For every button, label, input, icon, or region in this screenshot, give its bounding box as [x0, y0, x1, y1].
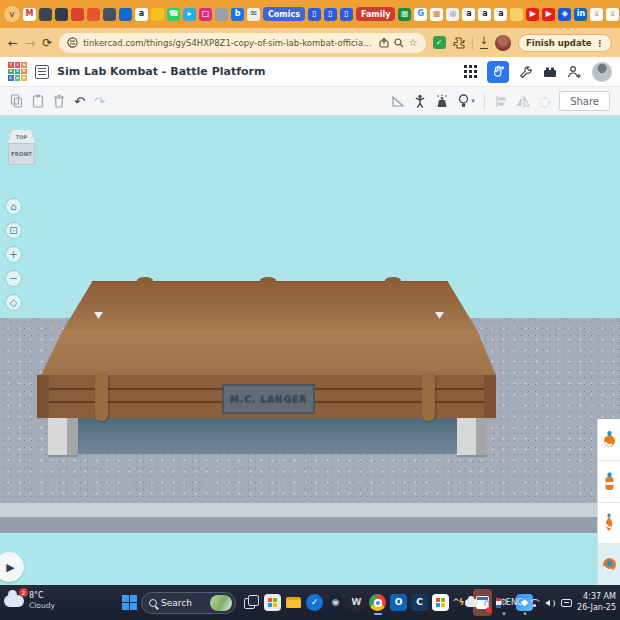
- browser-tab[interactable]: ▯: [324, 8, 337, 21]
- spray-paint-icon[interactable]: [435, 94, 449, 108]
- view-cube-front-face[interactable]: FRONT: [8, 143, 35, 165]
- forward-button[interactable]: →: [25, 36, 35, 50]
- platform-deck[interactable]: [41, 330, 496, 375]
- workplane-slope-icon[interactable]: [391, 95, 405, 107]
- platform-leg-left[interactable]: [48, 416, 78, 457]
- browser-tab[interactable]: G: [414, 8, 427, 21]
- taskbar-app[interactable]: [284, 589, 303, 616]
- tab-group-family[interactable]: Family: [356, 7, 395, 21]
- browser-tab[interactable]: ▸: [183, 8, 196, 21]
- home-view-button[interactable]: ⌂: [5, 198, 22, 215]
- design-menu-icon[interactable]: [35, 65, 49, 79]
- light-button[interactable]: ▾: [458, 94, 475, 108]
- touch-keyboard-icon[interactable]: [561, 599, 572, 607]
- browser-tab[interactable]: [87, 8, 100, 21]
- wifi-icon[interactable]: [528, 598, 540, 607]
- view-cube-top-face[interactable]: TOP: [8, 130, 35, 143]
- paste-icon[interactable]: [32, 94, 44, 108]
- tray-app-icon[interactable]: [496, 598, 501, 608]
- delete-trash-icon[interactable]: [53, 94, 65, 108]
- taskbar-app[interactable]: W: [347, 589, 366, 616]
- design-title[interactable]: Sim Lab Kombat - Battle Platform: [57, 65, 265, 78]
- platform-leg-right[interactable]: [457, 416, 487, 457]
- back-button[interactable]: ←: [8, 36, 18, 50]
- fit-view-button[interactable]: ⊡: [5, 222, 22, 239]
- browser-tab[interactable]: ◎: [446, 8, 459, 21]
- copy-icon[interactable]: [10, 94, 23, 108]
- sim-object-2[interactable]: [598, 461, 620, 503]
- browser-tab[interactable]: ▦: [398, 8, 411, 21]
- taskbar-app[interactable]: [263, 589, 282, 616]
- viewport-3d[interactable]: M.C. LANGER TOP FRONT ⌂⊡+−◇ ▶: [0, 116, 620, 585]
- downloads-icon[interactable]: ↓: [480, 36, 488, 49]
- reload-button[interactable]: ⟳: [42, 36, 52, 50]
- character-figure-icon[interactable]: [414, 94, 426, 108]
- search-highlight-image[interactable]: [210, 595, 232, 611]
- undo-button[interactable]: ↶: [74, 95, 85, 108]
- browser-tab[interactable]: a: [494, 8, 507, 21]
- perspective-toggle-button[interactable]: ◇: [5, 294, 22, 311]
- browser-tab[interactable]: [151, 8, 164, 21]
- browser-tab[interactable]: [103, 8, 116, 21]
- extensions-puzzle-icon[interactable]: [453, 37, 465, 49]
- headset-icon[interactable]: ∩: [483, 598, 491, 608]
- finish-update-button[interactable]: Finish update ⋮: [518, 34, 612, 52]
- browser-tab[interactable]: ▯: [308, 8, 321, 21]
- zoom-page-icon[interactable]: [394, 38, 404, 48]
- browser-tab[interactable]: a: [462, 8, 475, 21]
- browser-tab[interactable]: in: [574, 8, 587, 21]
- invite-person-icon[interactable]: [567, 65, 582, 79]
- browser-tab[interactable]: ▦: [430, 8, 443, 21]
- browser-tab[interactable]: M: [23, 8, 36, 21]
- taskbar-app[interactable]: ✓: [305, 589, 324, 616]
- tab-search-button[interactable]: v: [4, 6, 20, 22]
- language-indicator[interactable]: ENG: [506, 599, 523, 607]
- browser-tab[interactable]: ♕: [590, 8, 603, 21]
- weather-widget[interactable]: 2 8°C Cloudy: [4, 591, 55, 610]
- browser-tab[interactable]: [55, 8, 68, 21]
- account-avatar[interactable]: [592, 62, 612, 82]
- browser-tab[interactable]: [215, 8, 228, 21]
- browser-tab[interactable]: ✉: [247, 8, 260, 21]
- blocks-brick-icon[interactable]: [543, 66, 557, 78]
- browser-tab[interactable]: ▶: [542, 8, 555, 21]
- tinkercad-logo[interactable]: TINKERCAD: [8, 62, 27, 81]
- redo-button[interactable]: ↷: [94, 95, 105, 108]
- browser-tab[interactable]: ☎: [167, 8, 180, 21]
- share-button[interactable]: Share: [559, 91, 610, 111]
- browser-tab[interactable]: a: [478, 8, 491, 21]
- browser-tab[interactable]: a: [135, 8, 148, 21]
- start-button[interactable]: [122, 595, 137, 610]
- zoom-in-button[interactable]: +: [5, 246, 22, 263]
- tab-group-comics[interactable]: Comics: [263, 7, 305, 21]
- browser-tab[interactable]: [510, 8, 523, 21]
- taskbar-app[interactable]: [242, 589, 261, 616]
- browser-tab[interactable]: ▯: [340, 8, 353, 21]
- view-cube[interactable]: TOP FRONT: [8, 130, 35, 166]
- zoom-out-button[interactable]: −: [5, 270, 22, 287]
- hidden-icons-chevron[interactable]: ^: [452, 598, 460, 607]
- simulation-play-button[interactable]: ▶: [0, 552, 24, 582]
- taskbar-app[interactable]: O: [389, 589, 408, 616]
- name-plaque[interactable]: M.C. LANGER: [222, 384, 315, 414]
- clock[interactable]: 4:37 AM 26-Jan-25: [577, 592, 616, 613]
- browser-tab[interactable]: [119, 8, 132, 21]
- taskbar-app[interactable]: C: [410, 589, 429, 616]
- extension-check-icon[interactable]: ✓: [433, 36, 446, 49]
- tools-wrench-icon[interactable]: [519, 65, 533, 79]
- browser-profile-avatar[interactable]: [495, 35, 511, 51]
- sim-object-4[interactable]: [598, 544, 620, 585]
- onedrive-cloud-icon[interactable]: [465, 599, 478, 607]
- browser-tab[interactable]: b: [231, 8, 244, 21]
- browser-tab[interactable]: ◆: [558, 8, 571, 21]
- browser-tab[interactable]: ♕: [606, 8, 619, 21]
- sim-object-3[interactable]: [598, 503, 620, 545]
- share-page-icon[interactable]: [379, 38, 389, 48]
- browser-tab[interactable]: [39, 8, 52, 21]
- browser-tab[interactable]: [71, 8, 84, 21]
- dashboard-grid-icon[interactable]: [464, 65, 477, 78]
- browser-tab[interactable]: □: [199, 8, 212, 21]
- mirror-flip-icon[interactable]: [516, 95, 530, 108]
- browser-menu-icon[interactable]: ⋮: [596, 38, 605, 48]
- taskbar-app[interactable]: [368, 589, 387, 616]
